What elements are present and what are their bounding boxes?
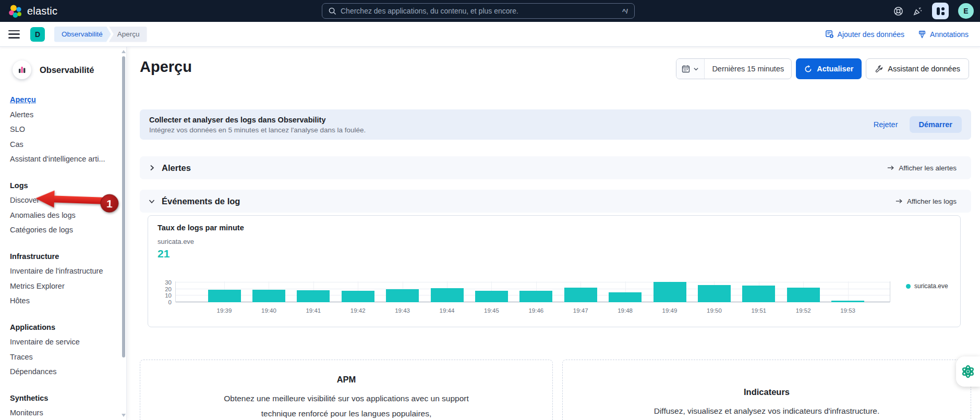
sidebar-group-infrastructure: Infrastructure xyxy=(10,249,113,264)
log-rate-chart-card: Taux de logs par minute suricata.eve 21 … xyxy=(148,215,961,327)
page-title: Aperçu xyxy=(140,58,192,76)
sidebar-item-anomalies-des-logs[interactable]: Anomalies des logs xyxy=(10,208,113,223)
show-logs-link[interactable]: Afficher les logs xyxy=(896,197,957,205)
chevron-down-icon[interactable] xyxy=(148,197,155,205)
sidebar-item-traces[interactable]: Traces xyxy=(10,350,113,365)
main-content: Aperçu Derniè xyxy=(127,47,980,420)
sidebar: Observabilité AperçuAlertesSLOCasAssista… xyxy=(0,47,127,420)
sidebar-item-assistant-d-intelligence-arti[interactable]: Assistant d'intelligence arti... xyxy=(10,152,113,167)
annotations-icon xyxy=(918,30,926,39)
apm-card-title: APM xyxy=(140,375,552,385)
observability-solution-icon xyxy=(13,60,31,79)
start-button[interactable]: Démarrer xyxy=(910,116,962,133)
bar-19:47[interactable] xyxy=(564,288,597,302)
chatgpt-extension-button[interactable] xyxy=(956,356,980,387)
sidebar-scrollbar[interactable] xyxy=(122,49,126,418)
sidebar-item-moniteurs[interactable]: Moniteurs xyxy=(10,405,113,420)
bar-19:45[interactable] xyxy=(475,291,508,302)
refresh-icon xyxy=(804,65,812,73)
log-rate-plot[interactable]: 010203019:3919:4019:4119:4219:4319:4419:… xyxy=(175,281,890,302)
sidebar-item-slo[interactable]: SLO xyxy=(10,122,113,137)
whats-new-icon[interactable] xyxy=(913,6,923,16)
legend-dot xyxy=(906,284,911,289)
elastic-logo-icon xyxy=(8,4,22,18)
bar-19:44[interactable] xyxy=(431,288,464,302)
x-tick-label-19:49: 19:49 xyxy=(651,307,688,314)
metrics-card[interactable]: Indicateurs Diffusez, visualisez et anal… xyxy=(562,360,971,420)
help-icon[interactable] xyxy=(893,6,903,16)
time-range-value[interactable]: Dernières 15 minutes xyxy=(705,59,791,79)
show-alerts-link[interactable]: Afficher les alertes xyxy=(887,164,957,172)
sidebar-item-apercu[interactable]: Aperçu xyxy=(10,92,113,107)
sidebar-item-discover[interactable]: Discover xyxy=(10,193,113,208)
search-placeholder: Cherchez des applications, du contenu, e… xyxy=(341,7,618,15)
bar-19:49[interactable] xyxy=(654,282,686,302)
observability-overview-page: elastic Cherchez des applications, du co… xyxy=(0,0,980,420)
sidebar-item-hotes[interactable]: Hôtes xyxy=(10,293,113,308)
bar-19:42[interactable] xyxy=(342,291,374,302)
sidebar-group-applications: Applications xyxy=(10,320,113,335)
global-search-input[interactable]: Cherchez des applications, du contenu, e… xyxy=(322,3,635,19)
space-badge[interactable]: D xyxy=(30,27,45,42)
bar-19:48[interactable] xyxy=(609,292,642,302)
breadcrumb-observability[interactable]: Observabilité xyxy=(54,27,111,42)
scroll-up-arrow[interactable] xyxy=(122,50,126,53)
scrollbar-thumb[interactable] xyxy=(122,56,125,357)
sidebar-item-inventaire-de-l-infrastructure[interactable]: Inventaire de l'infrastructure xyxy=(10,264,113,279)
gridline-y-20 xyxy=(176,289,890,289)
chart-legend[interactable]: suricata.eve xyxy=(906,282,948,290)
legend-label: suricata.eve xyxy=(914,282,948,290)
apps-menu-button[interactable] xyxy=(932,3,949,19)
y-tick-label-20: 20 xyxy=(150,286,172,293)
annotations-button[interactable]: Annotations xyxy=(918,30,969,39)
sidebar-item-cas[interactable]: Cas xyxy=(10,137,113,152)
refresh-label: Actualiser xyxy=(817,65,853,73)
breadcrumb-bar: D Observabilité Aperçu Ajouter des donné… xyxy=(0,22,980,47)
elastic-logo[interactable]: elastic xyxy=(8,4,57,18)
bar-19:40[interactable] xyxy=(252,290,285,302)
log-events-section-header[interactable]: Événements de log Afficher les logs xyxy=(140,190,971,213)
bar-19:41[interactable] xyxy=(297,290,330,302)
x-tick-label-19:41: 19:41 xyxy=(295,307,332,314)
wrench-icon xyxy=(875,65,883,73)
dismiss-button[interactable]: Rejeter xyxy=(874,120,898,129)
sidebar-item-dependances[interactable]: Dépendances xyxy=(10,364,113,379)
bar-19:51[interactable] xyxy=(742,286,775,302)
x-tick-label-19:48: 19:48 xyxy=(607,307,644,314)
add-data-button[interactable]: Ajouter des données xyxy=(825,30,904,39)
sidebar-item-metrics-explorer[interactable]: Metrics Explorer xyxy=(10,279,113,294)
arrow-right-icon xyxy=(896,198,903,204)
breadcrumb-overview: Aperçu xyxy=(109,27,147,42)
refresh-button[interactable]: Actualiser xyxy=(796,58,862,79)
banner-title: Collecter et analyser des logs dans Obse… xyxy=(149,116,366,124)
metrics-card-body: Diffusez, visualisez et analysez vos ind… xyxy=(621,403,913,418)
sidebar-group-synthetics: Synthetics xyxy=(10,391,113,406)
sidebar-item-alertes[interactable]: Alertes xyxy=(10,107,113,122)
date-picker[interactable]: Dernières 15 minutes xyxy=(676,58,792,79)
bar-19:52[interactable] xyxy=(787,288,820,302)
data-assistant-button[interactable]: Assistant de données xyxy=(866,58,969,79)
alerts-section-header[interactable]: Alertes Afficher les alertes xyxy=(140,156,971,179)
menu-toggle-button[interactable] xyxy=(8,30,20,39)
bar-19:50[interactable] xyxy=(698,285,731,302)
gridline-y-30 xyxy=(176,282,890,282)
show-logs-label: Afficher les logs xyxy=(907,197,957,205)
calendar-icon xyxy=(682,65,690,73)
bar-19:53[interactable] xyxy=(831,301,864,302)
sidebar-item-categories-de-logs[interactable]: Catégories de logs xyxy=(10,223,113,238)
user-avatar[interactable]: E xyxy=(958,3,974,19)
scroll-down-arrow[interactable] xyxy=(122,414,126,417)
bar-19:46[interactable] xyxy=(519,291,552,302)
bar-19:43[interactable] xyxy=(386,289,419,302)
brand-name: elastic xyxy=(27,5,57,17)
chevron-right-icon[interactable] xyxy=(148,164,155,171)
date-quick-select-button[interactable] xyxy=(676,59,705,79)
sidebar-item-inventaire-de-service[interactable]: Inventaire de service xyxy=(10,335,113,350)
chatgpt-icon xyxy=(960,364,976,379)
apm-card[interactable]: APM Obtenez une meilleure visibilité sur… xyxy=(140,360,553,420)
gridline-x xyxy=(848,281,849,302)
top-header-bar: elastic Cherchez des applications, du co… xyxy=(0,0,980,22)
x-tick-label-19:43: 19:43 xyxy=(384,307,421,314)
bar-19:39[interactable] xyxy=(208,290,241,302)
chart-series-name: suricata.eve xyxy=(158,238,194,245)
